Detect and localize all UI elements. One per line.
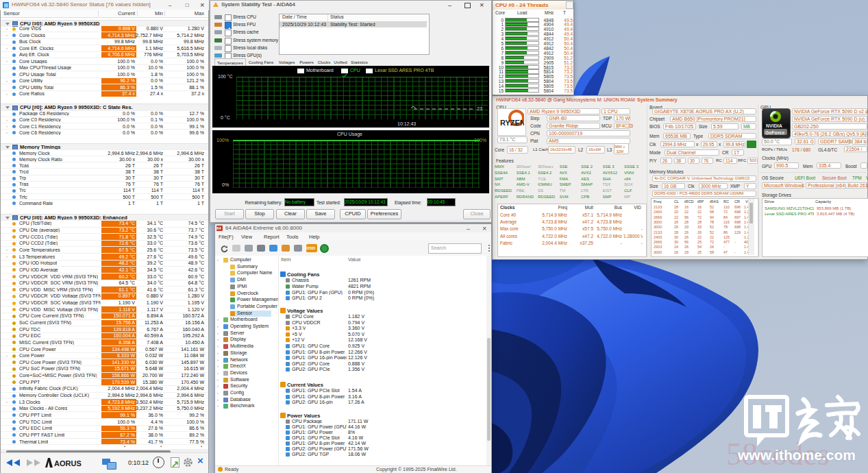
svg-text:GeForce: GeForce	[765, 130, 785, 135]
svg-text:RYZEN: RYZEN	[500, 119, 524, 127]
svg-text:NVIDIA: NVIDIA	[766, 123, 782, 128]
